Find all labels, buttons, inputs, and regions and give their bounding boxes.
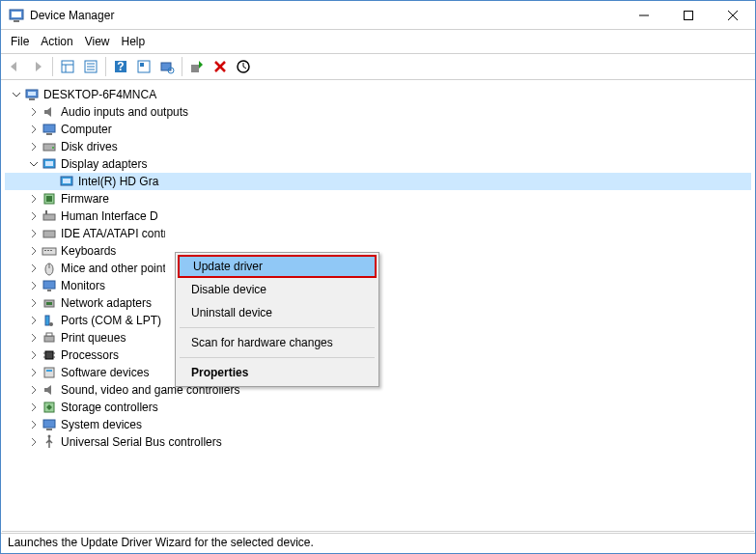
keyboard-icon — [42, 243, 57, 259]
scan-hardware-button[interactable] — [155, 55, 179, 78]
context-menu-uninstall-device[interactable]: Uninstall device — [178, 301, 377, 324]
tree-item[interactable]: Universal Serial Bus controllers — [5, 433, 751, 451]
display-adapter-icon — [59, 174, 74, 189]
context-menu: Update driver Disable device Uninstall d… — [175, 252, 379, 387]
tree-item-label: Print queues — [61, 331, 126, 345]
tree-item-label: Intel(R) HD Graphics 4600 — [78, 175, 159, 188]
expand-icon[interactable] — [26, 208, 42, 224]
svg-rect-37 — [43, 214, 55, 220]
context-menu-label: Uninstall device — [191, 306, 272, 319]
back-button[interactable] — [3, 55, 26, 78]
title-bar: Device Manager — [1, 1, 755, 30]
tree-item[interactable]: Audio inputs and outputs — [5, 103, 751, 121]
menu-bar: File Action View Help — [1, 32, 755, 51]
collapse-icon[interactable] — [9, 87, 24, 102]
tree-item[interactable]: System devices — [5, 416, 751, 433]
menu-help[interactable]: Help — [116, 33, 152, 50]
svg-rect-36 — [46, 196, 52, 202]
status-bar: Launches the Update Driver Wizard for th… — [2, 531, 754, 552]
tree-item[interactable]: Human Interface Devices — [5, 208, 751, 225]
minimize-button[interactable] — [622, 1, 666, 29]
disable-button[interactable] — [232, 55, 255, 78]
network-icon — [42, 295, 57, 311]
tree-item-label: Processors — [61, 348, 119, 362]
close-button[interactable] — [711, 1, 755, 29]
tree-item[interactable]: IDE ATA/ATAPI controllers — [5, 225, 751, 242]
svg-rect-42 — [47, 250, 49, 251]
expand-icon[interactable] — [26, 191, 42, 207]
tree-item-label: Storage controllers — [61, 401, 158, 414]
action-button[interactable] — [132, 55, 155, 78]
system-icon — [42, 417, 57, 432]
svg-rect-40 — [42, 248, 56, 255]
tree-item-selected[interactable]: Intel(R) HD Graphics 4600 — [5, 173, 751, 190]
tree-item-label: Software devices — [61, 366, 149, 379]
tree-item-display-adapters[interactable]: Display adapters — [5, 155, 751, 173]
expand-icon[interactable] — [26, 434, 42, 450]
svg-rect-53 — [46, 333, 52, 336]
forward-button[interactable] — [26, 55, 49, 78]
tree-item-label: Mice and other pointing devices — [61, 262, 165, 275]
tree-root[interactable]: DESKTOP-6F4MNCA — [5, 86, 751, 103]
properties-button[interactable] — [79, 55, 102, 78]
expand-icon[interactable] — [26, 400, 42, 415]
context-menu-label: Disable device — [191, 283, 266, 296]
menu-file[interactable]: File — [5, 33, 35, 50]
context-menu-label: Scan for hardware changes — [191, 336, 333, 349]
expand-icon[interactable] — [26, 122, 42, 137]
expand-icon[interactable] — [26, 313, 42, 328]
context-menu-disable-device[interactable]: Disable device — [178, 278, 377, 301]
svg-rect-26 — [29, 98, 35, 100]
ide-icon — [42, 226, 57, 241]
maximize-button[interactable] — [666, 1, 711, 29]
expand-icon[interactable] — [26, 243, 42, 259]
expand-icon[interactable] — [26, 295, 42, 311]
window-controls — [622, 1, 755, 29]
tree-item[interactable]: Storage controllers — [5, 399, 751, 416]
tree-item-label: Universal Serial Bus controllers — [61, 435, 222, 449]
svg-point-30 — [52, 147, 54, 149]
expand-icon[interactable] — [26, 382, 42, 398]
expand-icon[interactable] — [26, 278, 42, 293]
tree-item[interactable]: Firmware — [5, 190, 751, 208]
context-menu-properties[interactable]: Properties — [178, 361, 377, 384]
expand-icon[interactable] — [26, 330, 42, 346]
tree-item-label: Monitors — [61, 279, 105, 292]
tree-item[interactable]: Computer — [5, 121, 751, 138]
menu-view[interactable]: View — [79, 33, 116, 50]
collapse-icon[interactable] — [26, 156, 42, 172]
svg-rect-25 — [28, 92, 36, 96]
expand-icon[interactable] — [26, 139, 42, 154]
tree-item-label: Computer — [61, 123, 112, 136]
tree-item-label: Audio inputs and outputs — [61, 105, 188, 119]
svg-rect-49 — [46, 302, 52, 305]
tree-item[interactable]: Disk drives — [5, 138, 751, 155]
update-driver-button[interactable] — [185, 55, 209, 78]
svg-rect-18 — [161, 63, 171, 70]
svg-rect-2 — [14, 20, 19, 22]
svg-rect-63 — [46, 429, 52, 430]
tree-item-label: Display adapters — [61, 157, 147, 171]
svg-rect-46 — [43, 281, 55, 289]
expand-icon[interactable] — [26, 365, 42, 380]
expand-icon[interactable] — [26, 347, 42, 363]
tree-item-label: Disk drives — [61, 140, 118, 153]
svg-rect-62 — [43, 420, 55, 428]
show-hide-tree-button[interactable] — [56, 55, 79, 78]
help-button[interactable]: ? — [109, 55, 132, 78]
expand-icon[interactable] — [26, 226, 42, 241]
usb-icon — [42, 434, 57, 450]
context-menu-update-driver[interactable]: Update driver — [178, 255, 377, 278]
expand-icon[interactable] — [26, 261, 42, 276]
expand-icon[interactable] — [26, 104, 42, 120]
svg-point-51 — [49, 322, 53, 326]
uninstall-button[interactable] — [209, 55, 232, 78]
context-menu-scan[interactable]: Scan for hardware changes — [178, 331, 377, 354]
menu-action[interactable]: Action — [35, 33, 78, 50]
device-tree[interactable]: DESKTOP-6F4MNCA Audio inputs and outputs… — [1, 80, 755, 534]
svg-rect-60 — [46, 370, 52, 372]
context-menu-label: Properties — [191, 366, 248, 379]
app-icon — [9, 8, 24, 23]
expand-icon[interactable] — [26, 417, 42, 432]
svg-rect-1 — [12, 12, 21, 17]
